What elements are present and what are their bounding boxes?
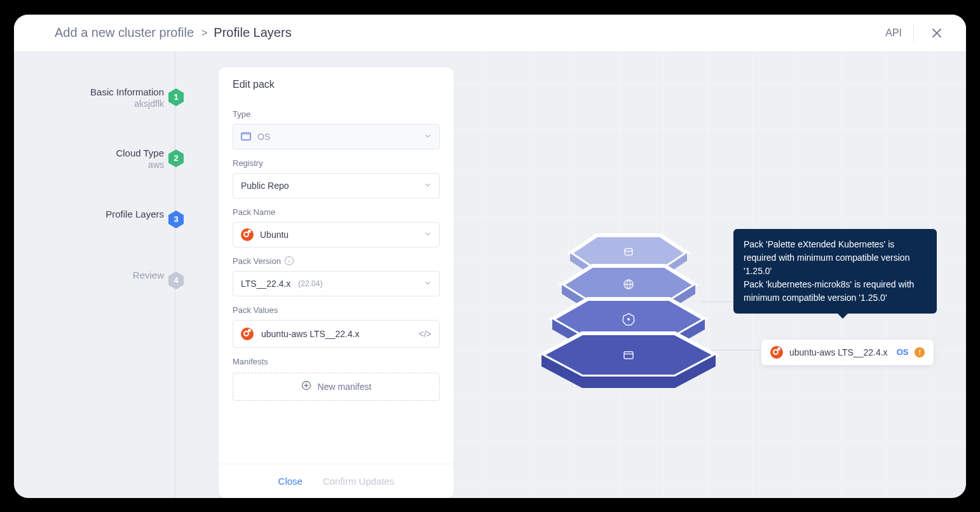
packname-select[interactable]: Ubuntu [233, 222, 440, 247]
packname-value: Ubuntu [260, 230, 289, 240]
chip-text: ubuntu-aws LTS__22.4.x [789, 347, 888, 357]
step-badge: 4 [167, 271, 186, 290]
breadcrumb-title[interactable]: Add a new cluster profile [55, 25, 194, 40]
type-select[interactable]: OS [233, 124, 440, 149]
panel-title: Edit pack [219, 67, 454, 98]
step-title: Profile Layers [105, 209, 164, 219]
window-icon [623, 350, 634, 361]
svg-point-9 [625, 248, 632, 251]
new-manifest-button[interactable]: New manifest [233, 373, 440, 401]
step-review[interactable]: Review 4 [14, 267, 198, 328]
ubuntu-icon [241, 328, 254, 340]
chevron-down-icon [424, 132, 432, 142]
stepper: Basic Information aksjdflk 1 Cloud Type … [14, 52, 198, 498]
chevron-down-icon [424, 181, 432, 191]
chip-badge: OS [897, 347, 909, 357]
step-profile-layers[interactable]: Profile Layers 3 [14, 206, 198, 267]
packversion-value: LTS__22.4.x [241, 279, 290, 289]
network-icon [623, 279, 634, 290]
tooltip-line: Pack 'kubernetes-microk8s' is required w… [744, 278, 927, 305]
packvalues-label: Pack Values [233, 305, 440, 315]
info-icon[interactable]: i [285, 256, 294, 265]
step-cloud-type[interactable]: Cloud Type aws 2 [14, 145, 198, 206]
chevron-down-icon [424, 279, 432, 289]
packversion-select[interactable]: LTS__22.4.x (22.04) [233, 271, 440, 296]
confirm-updates-button[interactable]: Confirm Updates [323, 476, 395, 487]
chevron-down-icon [424, 230, 432, 240]
storage-icon [623, 247, 634, 258]
k8s-icon [622, 313, 635, 326]
validation-tooltip: Pack 'Palette eXtended Kubernetes' is re… [733, 229, 937, 314]
type-value: OS [257, 132, 270, 142]
packversion-label: Pack Version i [233, 256, 440, 266]
step-number: 2 [174, 153, 178, 163]
manifests-label: Manifests [233, 357, 440, 366]
registry-value: Public Repo [241, 181, 289, 191]
svg-rect-19 [624, 352, 633, 359]
close-icon[interactable] [925, 22, 948, 45]
layer-os[interactable] [536, 328, 721, 392]
step-title: Review [133, 270, 164, 280]
preview-canvas: Pack 'Palette eXtended Kubernetes' is re… [454, 52, 966, 498]
svg-point-16 [627, 318, 630, 321]
step-number: 4 [174, 275, 178, 285]
tooltip-line: Pack 'Palette eXtended Kubernetes' is re… [744, 238, 927, 278]
os-icon [241, 132, 251, 142]
packname-label: Pack Name [233, 207, 440, 217]
registry-label: Registry [233, 158, 440, 168]
packvalues-value: ubuntu-aws LTS__22.4.x [261, 329, 360, 339]
step-title: Cloud Type [116, 148, 164, 158]
breadcrumb-current: Profile Layers [214, 25, 291, 40]
step-basic-info[interactable]: Basic Information aksjdflk 1 [14, 84, 198, 145]
step-badge: 1 [167, 88, 186, 107]
packversion-suffix: (22.04) [298, 279, 322, 288]
plus-circle-icon [301, 380, 311, 392]
new-manifest-label: New manifest [318, 382, 372, 392]
ubuntu-icon [770, 346, 783, 359]
panel-footer: Close Confirm Updates [219, 464, 454, 498]
breadcrumb-separator: > [201, 27, 207, 39]
type-label: Type [233, 109, 440, 119]
step-number: 3 [174, 214, 178, 224]
code-icon[interactable]: </> [419, 329, 432, 339]
step-badge: 2 [167, 149, 186, 168]
step-subtitle: aksjdflk [90, 99, 164, 109]
packvalues-row[interactable]: ubuntu-aws LTS__22.4.x </> [233, 320, 440, 348]
layer-info-chip[interactable]: ubuntu-aws LTS__22.4.x OS ! [761, 340, 934, 365]
edit-pack-panel: Edit pack Type OS Registry Public Repo [219, 67, 454, 498]
step-badge: 3 [167, 210, 186, 229]
close-button[interactable]: Close [278, 476, 303, 487]
body: Basic Information aksjdflk 1 Cloud Type … [14, 52, 966, 498]
header: Add a new cluster profile > Profile Laye… [14, 15, 966, 52]
svg-rect-5 [242, 133, 250, 135]
registry-select[interactable]: Public Repo [233, 173, 440, 198]
step-subtitle: aws [116, 160, 164, 170]
window: Add a new cluster profile > Profile Laye… [14, 15, 966, 498]
step-title: Basic Information [90, 86, 164, 97]
api-link[interactable]: API [874, 24, 914, 43]
step-number: 1 [174, 92, 178, 102]
warning-icon: ! [915, 347, 925, 357]
ubuntu-icon [241, 228, 254, 241]
